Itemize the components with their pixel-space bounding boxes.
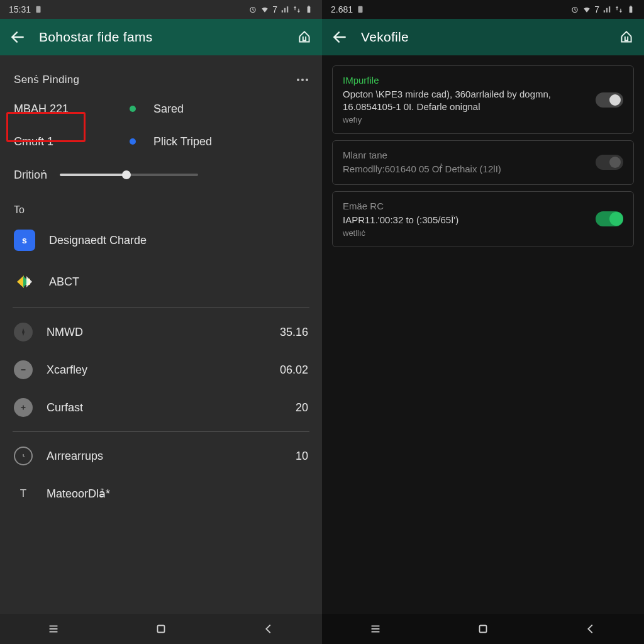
svg-rect-22 — [479, 626, 486, 633]
stat-xcarfley[interactable]: Xcarfley 06.02 — [0, 351, 322, 389]
nav-back-button[interactable] — [572, 619, 609, 638]
share-button[interactable] — [296, 28, 313, 46]
stat-value: 20 — [296, 401, 308, 414]
clock: 15:31 — [9, 4, 31, 14]
card-sub: wefıy — [343, 115, 586, 125]
card-desc: Remodlly:601640 05 Oḟ Dethaix (12lI) — [343, 163, 586, 175]
data-icon — [614, 5, 623, 14]
app-icon: s — [14, 230, 35, 251]
stat-label: Xcarfley — [47, 364, 87, 377]
card-impurfile[interactable]: IMpurfile Opcton \KPE3 mirde cad), 360ar… — [332, 65, 634, 134]
more-button[interactable] — [297, 79, 308, 81]
signal-icon — [280, 5, 289, 14]
clock: 2.681 — [331, 4, 353, 14]
text-icon: T — [14, 484, 33, 503]
card-desc: IAPR11.'00:32 to (:305/65Ī') — [343, 214, 586, 226]
signal-icon — [602, 5, 611, 14]
signal-num: 7 — [594, 4, 599, 14]
slider-label: Dritioṅ — [14, 168, 47, 182]
compass-icon — [14, 323, 33, 341]
item-label: Designaedt Charde — [49, 234, 147, 247]
footer-airrearrups[interactable]: Aırrearrups 10 — [0, 437, 322, 475]
svg-rect-0 — [36, 6, 41, 13]
alarm-icon — [248, 5, 257, 14]
footer-label: MateoorDlả* — [47, 487, 110, 501]
card-title: IMpurfile — [343, 75, 586, 86]
card-emae[interactable]: Emäe RC IAPR11.'00:32 to (:305/65Ī') wet… — [332, 191, 634, 248]
stat-value: 06.02 — [280, 364, 308, 377]
status-dot-green — [130, 106, 136, 112]
back-button[interactable] — [331, 28, 348, 46]
stat-value: 35.16 — [280, 326, 308, 339]
item-label: ABCT — [49, 275, 79, 289]
card-sub: wetllıċ — [343, 228, 586, 238]
stat-label: NMWD — [47, 326, 83, 339]
statusbar-right: 2.681 7 — [322, 0, 644, 19]
switch-impurfile[interactable] — [596, 92, 623, 108]
card-mlanr[interactable]: Mlanr tane Remodlly:601640 05 Oḟ Dethaix… — [332, 140, 634, 185]
switch-mlanr[interactable] — [596, 155, 623, 170]
page-title: Bohostar fide fams — [39, 30, 283, 45]
back-button[interactable] — [9, 28, 26, 46]
divider — [13, 431, 309, 432]
wifi-icon — [260, 5, 269, 14]
svg-rect-18 — [630, 6, 631, 6]
recent-button[interactable] — [35, 619, 72, 638]
notif-icon — [356, 5, 365, 14]
clock-icon — [14, 447, 33, 465]
svg-rect-17 — [630, 6, 633, 13]
footer-label: Aırrearrups — [47, 450, 103, 463]
section-header: Senṡ Pinding — [14, 73, 79, 86]
battery-icon — [304, 5, 313, 14]
statusbar-left: 15:31 7 — [0, 0, 322, 19]
wifi-icon — [582, 5, 591, 14]
battery-icon — [626, 5, 635, 14]
stat-nmwd[interactable]: NMWD 35.16 — [0, 313, 322, 351]
row-right: Sared — [153, 103, 184, 116]
recent-button[interactable] — [357, 619, 394, 638]
svg-rect-15 — [358, 6, 363, 13]
card-title: Mlanr tane — [343, 150, 586, 160]
status-dot-blue — [130, 138, 136, 145]
row-left: Cmuft 1 — [14, 135, 121, 148]
svg-rect-2 — [308, 6, 311, 13]
card-title: Emäe RC — [343, 201, 586, 211]
to-item-abct[interactable]: ABCT — [0, 261, 322, 303]
home-button[interactable] — [464, 619, 502, 638]
share-button[interactable] — [618, 28, 635, 46]
row-cmuft[interactable]: Cmuft 1 Plick Triped — [0, 125, 322, 158]
card-desc: Opcton \KPE3 mirde cad), 360arrlailed by… — [343, 88, 586, 113]
appbar-right: Vekofile — [322, 19, 644, 55]
home-button[interactable] — [142, 619, 180, 638]
svg-marker-6 — [26, 276, 32, 287]
svg-rect-3 — [308, 6, 309, 6]
to-label: To — [0, 192, 322, 219]
footer-mateoordl[interactable]: T MateoorDlả* — [0, 475, 322, 513]
minus-icon — [14, 360, 33, 379]
page-title: Vekofile — [361, 30, 605, 45]
stat-label: Curfast — [47, 401, 83, 414]
nav-back-button[interactable] — [250, 619, 287, 638]
plus-icon — [14, 398, 33, 417]
appbar-left: Bohostar fide fams — [0, 19, 322, 55]
navbar-left — [0, 614, 322, 644]
notif-icon — [34, 5, 43, 14]
svg-marker-7 — [22, 328, 25, 336]
row-right: Plick Triped — [153, 135, 212, 148]
to-item-designaedt[interactable]: s Designaedt Charde — [0, 219, 322, 261]
alarm-icon — [570, 5, 579, 14]
arrow-colorful-icon — [14, 271, 35, 292]
slider[interactable] — [60, 174, 198, 176]
stat-curfast[interactable]: Curfast 20 — [0, 389, 322, 426]
svg-rect-14 — [157, 626, 164, 633]
signal-num: 7 — [272, 4, 277, 14]
navbar-right — [322, 614, 644, 644]
switch-emae[interactable] — [596, 211, 623, 226]
row-left: MBAH 221 — [14, 103, 121, 116]
data-icon — [292, 5, 301, 14]
footer-value: 10 — [296, 450, 308, 463]
divider — [13, 308, 309, 308]
row-mbah[interactable]: MBAH 221 Sared — [0, 92, 322, 125]
